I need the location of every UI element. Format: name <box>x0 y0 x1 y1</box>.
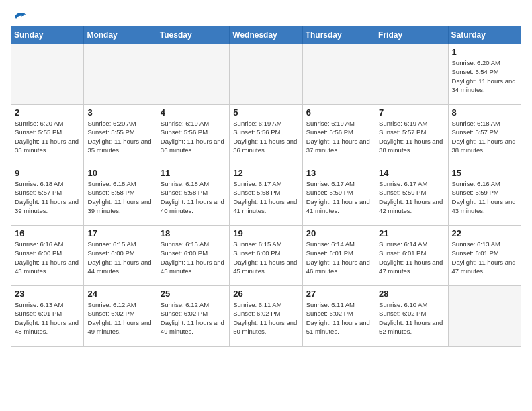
day-number: 27 <box>306 289 371 299</box>
calendar-cell: 28Sunrise: 6:10 AMSunset: 6:02 PMDayligh… <box>375 286 448 347</box>
day-info: Sunrise: 6:17 AMSunset: 5:59 PMDaylight:… <box>379 179 444 215</box>
calendar-cell: 21Sunrise: 6:14 AMSunset: 6:01 PMDayligh… <box>375 226 448 286</box>
day-header-tuesday: Tuesday <box>157 26 229 44</box>
calendar-cell: 13Sunrise: 6:17 AMSunset: 5:59 PMDayligh… <box>302 165 375 226</box>
day-header-thursday: Thursday <box>302 26 375 44</box>
day-info: Sunrise: 6:15 AMSunset: 6:00 PMDaylight:… <box>87 240 152 275</box>
calendar-cell: 8Sunrise: 6:18 AMSunset: 5:57 PMDaylight… <box>448 105 521 165</box>
day-number: 10 <box>87 168 152 178</box>
calendar-cell: 6Sunrise: 6:19 AMSunset: 5:56 PMDaylight… <box>302 105 375 165</box>
day-info: Sunrise: 6:20 AMSunset: 5:55 PMDaylight:… <box>87 119 152 154</box>
day-info: Sunrise: 6:19 AMSunset: 5:56 PMDaylight:… <box>161 119 226 154</box>
calendar-cell <box>230 44 302 105</box>
calendar-cell <box>448 286 521 347</box>
day-info: Sunrise: 6:19 AMSunset: 5:56 PMDaylight:… <box>233 119 298 154</box>
day-info: Sunrise: 6:20 AMSunset: 5:54 PMDaylight:… <box>452 58 517 94</box>
day-header-monday: Monday <box>84 26 157 44</box>
calendar-cell: 2Sunrise: 6:20 AMSunset: 5:55 PMDaylight… <box>11 105 84 165</box>
calendar-cell: 22Sunrise: 6:13 AMSunset: 6:01 PMDayligh… <box>448 226 521 286</box>
day-info: Sunrise: 6:19 AMSunset: 5:57 PMDaylight:… <box>379 119 444 154</box>
day-number: 1 <box>452 47 517 57</box>
day-number: 24 <box>87 289 152 299</box>
day-number: 17 <box>87 228 152 238</box>
calendar-week-row: 16Sunrise: 6:16 AMSunset: 6:00 PMDayligh… <box>11 226 521 286</box>
day-number: 12 <box>233 168 298 178</box>
day-info: Sunrise: 6:12 AMSunset: 6:02 PMDaylight:… <box>87 300 152 336</box>
calendar-cell: 5Sunrise: 6:19 AMSunset: 5:56 PMDaylight… <box>230 105 302 165</box>
calendar-cell: 3Sunrise: 6:20 AMSunset: 5:55 PMDaylight… <box>84 105 157 165</box>
day-info: Sunrise: 6:15 AMSunset: 6:00 PMDaylight:… <box>233 240 298 275</box>
day-number: 13 <box>306 168 371 178</box>
day-info: Sunrise: 6:11 AMSunset: 6:02 PMDaylight:… <box>306 300 371 336</box>
day-number: 8 <box>452 107 517 118</box>
calendar-cell <box>157 44 229 105</box>
day-info: Sunrise: 6:11 AMSunset: 6:02 PMDaylight:… <box>233 300 298 336</box>
logo-bird-icon <box>12 11 27 23</box>
day-number: 23 <box>15 289 80 299</box>
day-info: Sunrise: 6:17 AMSunset: 5:59 PMDaylight:… <box>306 179 371 215</box>
calendar-cell: 20Sunrise: 6:14 AMSunset: 6:01 PMDayligh… <box>302 226 375 286</box>
day-info: Sunrise: 6:16 AMSunset: 5:59 PMDaylight:… <box>452 179 517 215</box>
day-info: Sunrise: 6:16 AMSunset: 6:00 PMDaylight:… <box>15 240 80 275</box>
day-number: 22 <box>452 228 517 238</box>
calendar-cell <box>84 44 157 105</box>
calendar-cell: 26Sunrise: 6:11 AMSunset: 6:02 PMDayligh… <box>230 286 302 347</box>
calendar-cell: 17Sunrise: 6:15 AMSunset: 6:00 PMDayligh… <box>84 226 157 286</box>
day-number: 5 <box>233 107 298 118</box>
day-number: 21 <box>379 228 444 238</box>
calendar-cell: 7Sunrise: 6:19 AMSunset: 5:57 PMDaylight… <box>375 105 448 165</box>
day-number: 6 <box>306 107 371 118</box>
calendar-cell: 4Sunrise: 6:19 AMSunset: 5:56 PMDaylight… <box>157 105 229 165</box>
day-number: 3 <box>87 107 152 118</box>
day-info: Sunrise: 6:10 AMSunset: 6:02 PMDaylight:… <box>379 300 444 336</box>
day-info: Sunrise: 6:19 AMSunset: 5:56 PMDaylight:… <box>306 119 371 154</box>
calendar-cell: 16Sunrise: 6:16 AMSunset: 6:00 PMDayligh… <box>11 226 84 286</box>
day-number: 18 <box>161 228 226 238</box>
calendar-cell: 19Sunrise: 6:15 AMSunset: 6:00 PMDayligh… <box>230 226 302 286</box>
calendar-cell: 15Sunrise: 6:16 AMSunset: 5:59 PMDayligh… <box>448 165 521 226</box>
calendar-week-row: 9Sunrise: 6:18 AMSunset: 5:57 PMDaylight… <box>11 165 521 226</box>
day-info: Sunrise: 6:18 AMSunset: 5:57 PMDaylight:… <box>452 119 517 154</box>
day-number: 7 <box>379 107 444 118</box>
calendar-cell: 9Sunrise: 6:18 AMSunset: 5:57 PMDaylight… <box>11 165 84 226</box>
calendar-cell: 10Sunrise: 6:18 AMSunset: 5:58 PMDayligh… <box>84 165 157 226</box>
day-info: Sunrise: 6:18 AMSunset: 5:58 PMDaylight:… <box>87 179 152 215</box>
day-info: Sunrise: 6:12 AMSunset: 6:02 PMDaylight:… <box>161 300 226 336</box>
day-number: 16 <box>15 228 80 238</box>
day-number: 15 <box>452 168 517 178</box>
day-info: Sunrise: 6:18 AMSunset: 5:57 PMDaylight:… <box>15 179 80 215</box>
page-header <box>11 11 521 20</box>
calendar-week-row: 2Sunrise: 6:20 AMSunset: 5:55 PMDaylight… <box>11 105 521 165</box>
day-number: 4 <box>161 107 226 118</box>
day-info: Sunrise: 6:13 AMSunset: 6:01 PMDaylight:… <box>452 240 517 275</box>
calendar-cell <box>302 44 375 105</box>
day-number: 26 <box>233 289 298 299</box>
calendar-cell: 1Sunrise: 6:20 AMSunset: 5:54 PMDaylight… <box>448 44 521 105</box>
day-number: 14 <box>379 168 444 178</box>
calendar-week-row: 23Sunrise: 6:13 AMSunset: 6:01 PMDayligh… <box>11 286 521 347</box>
day-number: 19 <box>233 228 298 238</box>
day-header-friday: Friday <box>375 26 448 44</box>
day-info: Sunrise: 6:14 AMSunset: 6:01 PMDaylight:… <box>306 240 371 275</box>
day-info: Sunrise: 6:20 AMSunset: 5:55 PMDaylight:… <box>15 119 80 154</box>
day-number: 9 <box>15 168 80 178</box>
calendar-cell: 12Sunrise: 6:17 AMSunset: 5:58 PMDayligh… <box>230 165 302 226</box>
calendar-cell: 14Sunrise: 6:17 AMSunset: 5:59 PMDayligh… <box>375 165 448 226</box>
day-number: 2 <box>15 107 80 118</box>
day-header-wednesday: Wednesday <box>230 26 302 44</box>
calendar-header-row: SundayMondayTuesdayWednesdayThursdayFrid… <box>11 26 521 44</box>
day-info: Sunrise: 6:18 AMSunset: 5:58 PMDaylight:… <box>161 179 226 215</box>
calendar-cell: 24Sunrise: 6:12 AMSunset: 6:02 PMDayligh… <box>84 286 157 347</box>
logo <box>11 11 27 20</box>
day-number: 28 <box>379 289 444 299</box>
day-number: 20 <box>306 228 371 238</box>
day-number: 25 <box>161 289 226 299</box>
calendar-cell: 25Sunrise: 6:12 AMSunset: 6:02 PMDayligh… <box>157 286 229 347</box>
day-info: Sunrise: 6:15 AMSunset: 6:00 PMDaylight:… <box>161 240 226 275</box>
day-info: Sunrise: 6:17 AMSunset: 5:58 PMDaylight:… <box>233 179 298 215</box>
day-number: 11 <box>161 168 226 178</box>
calendar-cell: 11Sunrise: 6:18 AMSunset: 5:58 PMDayligh… <box>157 165 229 226</box>
calendar-cell: 27Sunrise: 6:11 AMSunset: 6:02 PMDayligh… <box>302 286 375 347</box>
calendar-table: SundayMondayTuesdayWednesdayThursdayFrid… <box>11 26 521 347</box>
calendar-cell: 23Sunrise: 6:13 AMSunset: 6:01 PMDayligh… <box>11 286 84 347</box>
